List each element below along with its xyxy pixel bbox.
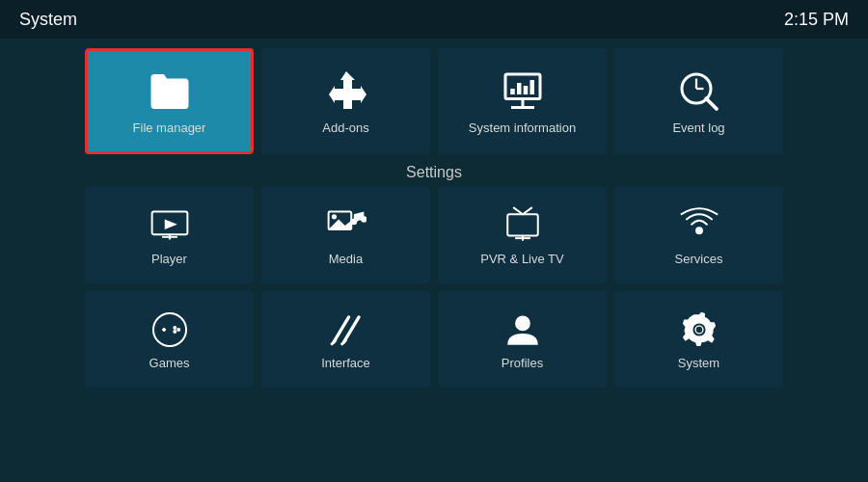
app-title: System [19,10,77,30]
tile-player-label: Player [151,252,187,266]
tile-system-label: System [678,356,719,370]
tile-pvr-live-tv[interactable]: PVR & Live TV [438,187,607,283]
clock: 2:15 PM [784,10,849,30]
svg-line-38 [331,339,336,344]
svg-point-28 [695,227,703,234]
tile-profiles[interactable]: Profiles [438,291,607,388]
media-icon [326,205,366,246]
tile-system-information[interactable]: System information [438,48,607,154]
tile-profiles-label: Profiles [502,356,543,370]
tile-event-log-label: Event log [672,120,724,135]
svg-rect-0 [505,74,540,99]
svg-point-36 [169,328,173,332]
tile-games[interactable]: Games [85,291,254,388]
folder-icon [147,68,193,115]
tile-add-ons-label: Add-ons [322,120,368,135]
tile-games-label: Games [149,356,190,370]
svg-point-35 [173,330,176,334]
settings-row-2: Games Interface Profiles System [0,291,868,395]
svg-rect-6 [529,80,534,94]
svg-marker-13 [164,219,176,229]
system-gear-icon [679,309,719,350]
tile-media-label: Media [329,252,363,266]
tile-add-ons[interactable]: Add-ons [261,48,430,154]
profiles-icon [502,309,543,350]
header: System 2:15 PM [0,0,868,39]
tile-interface-label: Interface [321,356,370,370]
svg-point-41 [515,315,530,331]
svg-rect-5 [523,86,528,94]
svg-marker-18 [328,219,351,229]
system-info-icon [500,68,546,115]
tile-services[interactable]: Services [614,187,783,283]
tile-system[interactable]: System [614,291,783,388]
addons-icon [323,68,369,115]
settings-section-label: Settings [0,160,868,187]
svg-point-29 [152,312,185,345]
pvr-icon [502,205,543,246]
svg-point-19 [350,218,357,225]
services-icon [679,205,719,246]
tile-player[interactable]: Player [85,187,254,283]
svg-rect-4 [517,83,522,94]
interface-icon [326,309,366,350]
settings-row-1: Player Media PVR & Live TV [0,187,868,291]
tile-file-manager-label: File manager [133,120,206,135]
tile-interface[interactable]: Interface [261,291,430,388]
tile-system-information-label: System information [469,120,576,135]
svg-point-34 [176,328,180,332]
svg-point-17 [331,214,336,219]
svg-rect-3 [510,89,515,94]
tile-services-label: Services [675,252,723,266]
svg-line-40 [340,339,345,344]
event-log-icon [676,68,722,115]
tile-file-manager[interactable]: File manager [85,48,254,154]
svg-point-11 [704,96,709,101]
top-row: File manager Add-ons System information [0,39,868,160]
tile-event-log[interactable]: Event log [614,48,783,154]
tile-media[interactable]: Media [261,187,430,283]
svg-rect-25 [507,214,538,235]
svg-point-33 [173,326,176,330]
player-icon [149,205,190,246]
games-icon [149,309,190,350]
tile-pvr-label: PVR & Live TV [480,252,563,266]
